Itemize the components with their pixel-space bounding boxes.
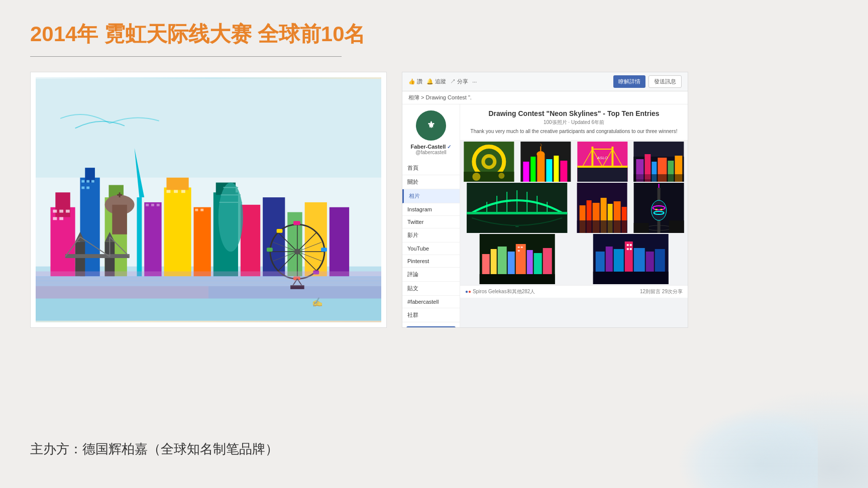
- svg-rect-23: [146, 204, 149, 206]
- svg-rect-96: [554, 156, 559, 182]
- svg-rect-108: [591, 147, 593, 168]
- artwork-container: ✍: [30, 72, 387, 328]
- fb-gallery-item-9[interactable]: [575, 234, 687, 284]
- svg-rect-24: [151, 204, 154, 206]
- fb-top-actions: 👍 讚 🔔 追蹤 ↗ 分享 ···: [408, 78, 477, 85]
- svg-rect-79: [36, 286, 208, 299]
- fb-gallery-row1: ☽: [461, 142, 687, 182]
- svg-rect-151: [660, 209, 662, 210]
- fb-nav-about[interactable]: 關於: [402, 175, 460, 189]
- watercolor-blob-2: [677, 408, 818, 488]
- svg-rect-40: [330, 207, 349, 277]
- svg-rect-59: [267, 248, 273, 252]
- page-container: 2014年 霓虹天际线大赛 全球前10名: [0, 0, 868, 488]
- fb-body: ⚜ Faber-Castell ✓ @fabercastell 首頁 關於: [402, 104, 688, 328]
- fb-nav-home[interactable]: 首頁: [402, 161, 460, 175]
- svg-rect-32: [195, 209, 198, 211]
- fb-gallery-item-5[interactable]: 一: [461, 183, 573, 233]
- fb-nav-pinterest[interactable]: Pinterest: [402, 255, 460, 268]
- svg-rect-26: [164, 187, 191, 276]
- svg-rect-110: [577, 166, 627, 168]
- fb-nav-list: 首頁 關於 相片 Instagram Twitter 影片 YouTube Pi…: [402, 161, 460, 328]
- fb-like-action[interactable]: 👍 讚: [408, 78, 422, 85]
- fb-gallery-item-6[interactable]: [574, 183, 630, 233]
- svg-text:ASLO: ASLO: [596, 156, 607, 160]
- svg-rect-22: [144, 202, 161, 276]
- svg-rect-31: [194, 207, 211, 277]
- svg-rect-21: [137, 197, 142, 276]
- fb-gallery-item-4[interactable]: [631, 142, 687, 182]
- svg-rect-94: [537, 154, 545, 182]
- svg-rect-102: [577, 167, 627, 182]
- fb-footer-likes: ●● Spiros Gelekas和其他282人: [465, 288, 535, 295]
- svg-rect-179: [593, 272, 668, 284]
- fb-gallery-item-8[interactable]: [461, 234, 574, 284]
- svg-rect-27: [166, 178, 188, 190]
- bottom-text: 主办方：德国辉柏嘉（全球知名制笔品牌）: [30, 440, 278, 458]
- fb-handle: @fabercastell: [415, 150, 446, 155]
- fb-footer-bar: ●● Spiros Gelekas和其他282人 12則留言 29次分享: [460, 285, 688, 298]
- fb-detail-btn[interactable]: 瞭解詳情: [613, 75, 645, 88]
- fb-gallery-item-2[interactable]: ☽: [518, 142, 574, 182]
- svg-rect-165: [518, 250, 520, 252]
- svg-text:✍: ✍: [311, 296, 324, 308]
- fb-post-subtitle: 100張照片 · Updated 6年前: [467, 119, 681, 126]
- fb-nav-twitter[interactable]: Twitter: [402, 216, 460, 228]
- svg-rect-33: [200, 209, 203, 211]
- svg-point-90: [498, 173, 504, 179]
- svg-rect-109: [611, 147, 613, 168]
- fb-post-desc: Thank you very much to all the creative …: [467, 128, 681, 135]
- svg-rect-175: [626, 244, 628, 246]
- facebook-container: 👍 讚 🔔 追蹤 ↗ 分享 ··· 瞭解詳情 發送訊息 相簿 > Drawing…: [402, 72, 688, 328]
- svg-rect-121: [636, 174, 644, 179]
- fb-breadcrumb: 相簿 > Drawing Contest ".: [402, 91, 688, 104]
- title-divider: [30, 56, 342, 57]
- svg-rect-9: [53, 217, 57, 220]
- fb-gallery-item-7[interactable]: [631, 183, 687, 233]
- fb-gallery-row2: 一: [461, 183, 687, 233]
- fb-gallery-item-1[interactable]: [461, 142, 517, 182]
- svg-rect-152: [633, 223, 648, 233]
- fb-profile: ⚜ Faber-Castell ✓ @fabercastell: [402, 104, 460, 161]
- svg-rect-46: [112, 205, 127, 234]
- svg-rect-80: [208, 286, 381, 299]
- artwork-canvas: ✍: [36, 77, 381, 322]
- svg-point-41: [219, 183, 243, 252]
- fb-main: Drawing Contest "Neon Skylines" - Top Te…: [460, 104, 688, 328]
- fb-nav-reviews[interactable]: 評論: [402, 268, 460, 282]
- fb-nav-photos[interactable]: 相片: [402, 189, 460, 203]
- svg-rect-61: [277, 229, 283, 233]
- fb-gallery-row3: [461, 234, 687, 284]
- svg-rect-5: [55, 192, 70, 217]
- fb-nav-video[interactable]: 影片: [402, 228, 460, 242]
- svg-rect-122: [645, 174, 651, 179]
- fb-follow-action[interactable]: 🔔 追蹤: [426, 78, 446, 85]
- svg-rect-14: [86, 180, 89, 183]
- fb-share-action[interactable]: ↗ 分享: [450, 78, 468, 85]
- fb-post-title: Drawing Contest "Neon Skylines" - Top Te…: [467, 109, 681, 117]
- svg-rect-142: [577, 220, 627, 233]
- fb-message-btn[interactable]: 發送訊息: [648, 75, 682, 88]
- fb-username: Faber-Castell ✓: [411, 144, 452, 150]
- svg-rect-10: [59, 217, 63, 220]
- fb-nav-posts[interactable]: 貼文: [402, 282, 460, 296]
- svg-rect-166: [480, 274, 555, 284]
- svg-rect-78: [36, 272, 381, 286]
- fb-verified-badge: ✓: [447, 144, 451, 150]
- fb-nav-community[interactable]: 社群: [402, 308, 460, 322]
- fb-nav-youtube[interactable]: YouTube: [402, 242, 460, 255]
- svg-rect-28: [166, 190, 170, 193]
- svg-rect-178: [629, 248, 631, 250]
- fb-nav-instagram[interactable]: Instagram: [402, 203, 460, 216]
- fb-more-action[interactable]: ···: [472, 79, 477, 85]
- svg-rect-13: [81, 180, 84, 183]
- fb-top-bar: 👍 讚 🔔 追蹤 ↗ 分享 ··· 瞭解詳情 發送訊息: [402, 72, 688, 91]
- svg-rect-132: [467, 212, 567, 214]
- svg-rect-153: [669, 220, 684, 233]
- svg-rect-150: [655, 209, 657, 210]
- fb-create-btn[interactable]: 建立粉絲專頁: [406, 326, 456, 328]
- svg-point-89: [472, 173, 480, 181]
- fb-gallery-item-3[interactable]: ASLO: [575, 142, 630, 182]
- fb-nav-hashtag[interactable]: #fabercastell: [402, 296, 460, 308]
- svg-rect-36: [241, 205, 260, 277]
